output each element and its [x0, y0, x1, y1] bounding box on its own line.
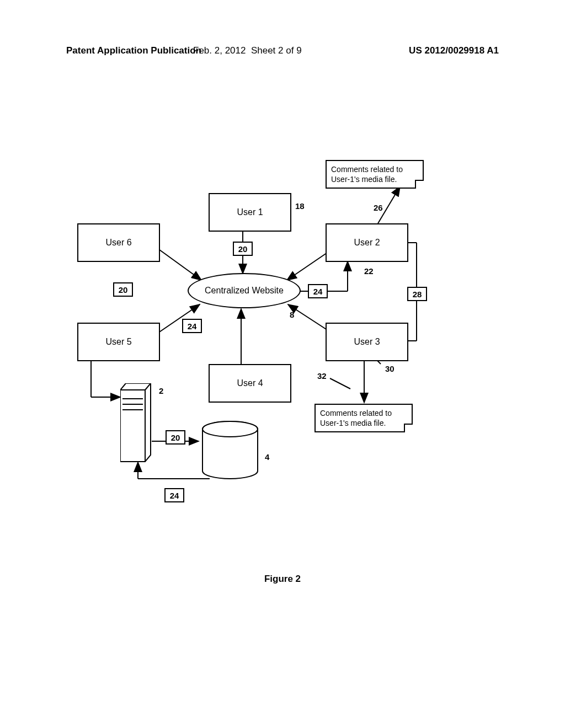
- ref-8: 8: [290, 310, 294, 319]
- ref-box-24b: 24: [308, 284, 328, 298]
- user6-box: User 6: [77, 223, 160, 262]
- ref-32: 32: [317, 371, 327, 381]
- user1-box: User 1: [209, 193, 291, 232]
- ref-4: 4: [265, 452, 269, 462]
- header-date-sheet: Feb. 2, 2012 Sheet 2 of 9: [193, 45, 302, 56]
- database-icon: [200, 420, 260, 483]
- figure-caption: Figure 2: [0, 574, 565, 585]
- diagram: Comments related to User-1's media file.…: [72, 160, 491, 557]
- ref-box-24a: 24: [182, 319, 202, 333]
- comment-note-bottom: Comments related to User-1's media file.: [315, 404, 413, 432]
- ref-18: 18: [295, 201, 305, 211]
- ref-26: 26: [374, 203, 383, 212]
- server-icon: [120, 383, 153, 465]
- ref-22: 22: [364, 266, 374, 276]
- user3-box: User 3: [326, 323, 408, 361]
- svg-line-21: [330, 378, 350, 389]
- user2-box: User 2: [326, 223, 408, 262]
- user4-box: User 4: [209, 364, 291, 403]
- user5-box: User 5: [77, 323, 160, 361]
- ref-box-20b: 20: [113, 282, 133, 297]
- page-header: Patent Application Publication Feb. 2, 2…: [0, 45, 565, 56]
- svg-point-30: [202, 421, 258, 437]
- ref-box-20a: 20: [233, 242, 253, 256]
- ref-30: 30: [385, 364, 395, 373]
- ref-box-24c: 24: [164, 488, 184, 502]
- ref-box-28: 28: [407, 287, 427, 301]
- ref-2: 2: [159, 386, 163, 395]
- svg-marker-22: [120, 383, 151, 462]
- header-publication: Patent Application Publication: [66, 45, 201, 56]
- centralized-website: Centralized Website: [188, 273, 301, 308]
- header-pub-number: US 2012/0029918 A1: [409, 45, 499, 56]
- svg-line-2: [157, 248, 201, 280]
- ref-box-20c: 20: [166, 430, 185, 445]
- comment-note-top: Comments related to User-1's media file.: [326, 160, 424, 189]
